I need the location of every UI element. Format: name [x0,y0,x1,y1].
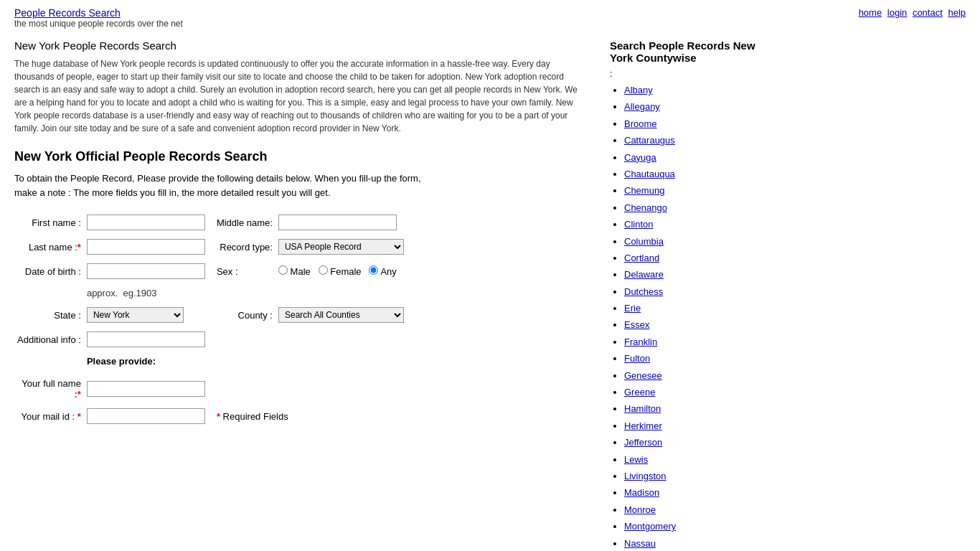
county-link-clinton[interactable]: Clinton [624,219,653,230]
county-link-genesee[interactable]: Genesee [624,370,662,381]
sex-label: Sex : [208,259,275,283]
county-link-franklin[interactable]: Franklin [624,336,657,347]
county-chenango: Chenango [624,199,775,216]
nav-contact[interactable]: contact [913,7,943,18]
sex-any-radio[interactable] [369,265,378,275]
county-link-jefferson[interactable]: Jefferson [624,437,662,448]
county-link-broome[interactable]: Broome [624,118,657,129]
dob-note-eg: eg.1903 [123,288,157,298]
tagline: the most unique people records over the … [14,19,183,29]
middle-name-label: Middle name: [208,210,275,235]
please-provide-text: Please provide: [87,356,404,367]
main-container: New York People Records Search The huge … [0,32,980,551]
county-link-livingston[interactable]: Livingston [624,471,666,481]
last-name-label: Last name : [29,242,77,253]
mail-row: Your mail id : * * Required Fields [14,404,407,428]
county-link-greene[interactable]: Greene [624,387,655,397]
county-link-montgomery[interactable]: Montgomery [624,521,676,532]
required-fields-note-cell: * Required Fields [208,404,407,428]
state-county-row: State : New York Alabama County : Search… [14,303,407,327]
record-type-cell: USA People Record All Record Types [275,235,407,259]
first-middle-name-row: First name : Middle name: [14,210,407,235]
nav-home[interactable]: home [859,7,882,18]
full-name-input-cell [84,374,407,404]
left-content: New York People Records Search The huge … [14,39,603,551]
county-link-cayuga[interactable]: Cayuga [624,152,656,163]
county-link-herkimer[interactable]: Herkimer [624,420,662,431]
sex-male-radio[interactable] [278,265,288,275]
last-name-required: * [77,242,81,253]
county-link-delaware[interactable]: Delaware [624,269,664,280]
county-jefferson: Jefferson [624,434,775,451]
middle-name-input[interactable] [278,215,397,230]
last-name-cell [84,235,208,259]
record-type-label: Record type: [208,235,275,259]
top-bar: People Records Search the most unique pe… [0,0,980,32]
mail-input-cell [84,404,208,428]
full-name-required: :* [75,389,81,400]
county-columbia: Columbia [624,233,775,250]
county-link-chenango[interactable]: Chenango [624,202,667,213]
county-link-erie[interactable]: Erie [624,303,641,314]
county-link-chautauqua[interactable]: Chautauqua [624,169,675,179]
county-link-allegany[interactable]: Allegany [624,101,660,112]
county-link-chemung[interactable]: Chemung [624,185,664,196]
county-link-hamilton[interactable]: Hamilton [624,403,661,414]
sex-female-radio[interactable] [319,265,328,275]
form-intro-line1: To obtain the People Record, Please prov… [14,173,421,184]
county-greene: Greene [624,384,775,400]
nav-login[interactable]: login [887,7,907,18]
county-link-albany[interactable]: Albany [624,85,653,95]
dob-note-cell: approx. eg.1903 [84,283,208,303]
county-monroe: Monroe [624,501,775,518]
dob-note-row: approx. eg.1903 [14,283,407,303]
sex-any-text: Any [380,266,396,277]
form-intro-line2: make a note : The more fields you fill i… [14,187,331,198]
right-sidebar: Search People Records New York Countywis… [603,39,775,551]
full-name-input[interactable] [87,381,205,397]
required-fields-note: Required Fields [223,411,288,422]
state-select[interactable]: New York Alabama [87,307,184,323]
county-link-cortland[interactable]: Cortland [624,253,659,263]
site-title-link[interactable]: People Records Search [14,7,183,19]
sex-male-label[interactable]: Male [278,266,313,277]
county-genesee: Genesee [624,367,775,384]
county-link-nassau[interactable]: Nassau [624,538,656,549]
intro-text: The huge database of New York people rec… [14,57,588,135]
county-list: Albany Allegany Broome Cattaraugus Cayug… [610,82,775,551]
first-name-label: First name : [14,210,84,235]
county-link-fulton[interactable]: Fulton [624,353,650,364]
mail-input[interactable] [87,408,205,424]
sex-female-label[interactable]: Female [319,266,364,277]
county-link-madison[interactable]: Madison [624,487,659,498]
county-link-cattaraugus[interactable]: Cattaraugus [624,135,675,146]
county-link-essex[interactable]: Essex [624,319,649,330]
form-section-title: New York Official People Records Search [14,149,588,164]
county-albany: Albany [624,82,775,98]
section-title: New York People Records Search [14,39,588,52]
county-cortland: Cortland [624,250,775,266]
county-link-columbia[interactable]: Columbia [624,236,664,247]
county-select[interactable]: Search All Counties [278,307,404,323]
last-name-input[interactable] [87,239,205,255]
dob-input[interactable] [87,263,205,279]
county-cell: Search All Counties [275,303,407,327]
county-link-dutchess[interactable]: Dutchess [624,286,663,297]
county-madison: Madison [624,484,775,501]
sex-any-label[interactable]: Any [369,266,396,277]
county-fulton: Fulton [624,350,775,367]
last-name-label-cell: Last name :* [14,235,84,259]
county-broome: Broome [624,116,775,132]
first-name-input[interactable] [87,215,205,230]
additional-info-label: Additional info : [14,327,84,352]
county-link-monroe[interactable]: Monroe [624,504,656,515]
county-lewis: Lewis [624,451,775,468]
record-type-select[interactable]: USA People Record All Record Types [278,239,404,255]
county-link-lewis[interactable]: Lewis [624,454,648,465]
top-left: People Records Search the most unique pe… [14,7,183,29]
county-cattaraugus: Cattaraugus [624,132,775,149]
additional-info-input[interactable] [87,331,205,347]
state-cell: New York Alabama [84,303,208,327]
county-hamilton: Hamilton [624,400,775,417]
nav-help[interactable]: help [948,7,966,18]
